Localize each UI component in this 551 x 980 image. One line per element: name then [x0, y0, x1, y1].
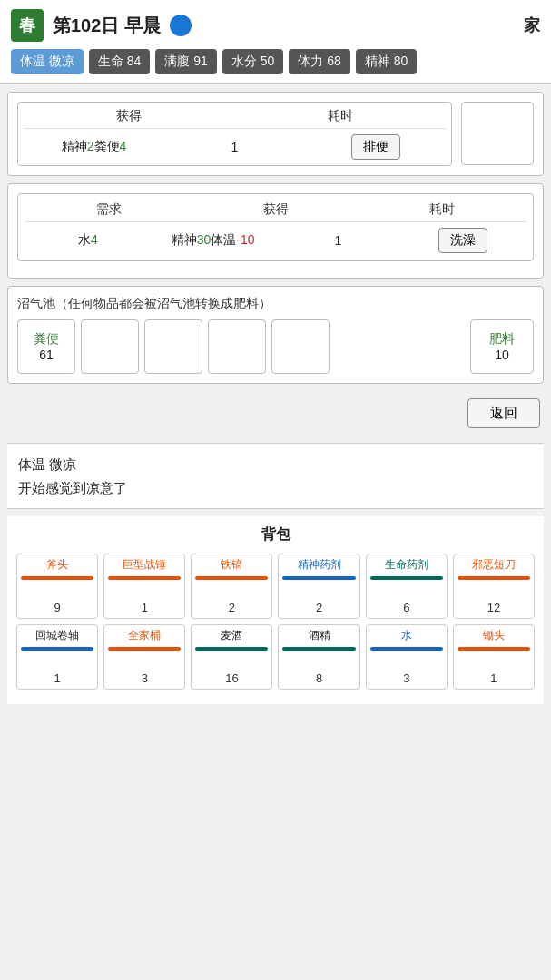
action-defecate-table: 获得 耗时 精神2粪便4 1 排便	[17, 102, 452, 166]
fertilizer-name: 肥料	[489, 331, 515, 348]
item-name-4: 生命药剂	[385, 558, 428, 573]
biogas-slots: 粪便 61	[17, 319, 463, 374]
item-bar-4	[370, 576, 443, 580]
item-card-0[interactable]: 斧头9	[16, 554, 98, 619]
back-button[interactable]: 返回	[467, 398, 540, 428]
stat-spirit[interactable]: 精神 80	[356, 49, 417, 74]
backpack-title: 背包	[16, 525, 535, 544]
col-get-label2: 获得	[192, 201, 359, 218]
bath-temp-label: 体温	[211, 232, 236, 247]
item-count-5: 12	[487, 601, 500, 614]
item-name-3: 精神药剂	[298, 558, 341, 573]
item-name-4: 水	[401, 629, 412, 643]
back-row: 返回	[0, 391, 551, 436]
stat-water[interactable]: 水分 50	[222, 49, 283, 74]
reward-spirit-label: 精神	[62, 139, 87, 153]
defecate-button[interactable]: 排便	[351, 134, 400, 160]
bath-water-label: 水	[78, 232, 91, 247]
item-count-3: 8	[316, 671, 322, 685]
item-count-4: 6	[403, 601, 409, 614]
stats-row: 体温 微凉 生命 84 满腹 91 水分 50 体力 68 精神 80	[11, 49, 540, 74]
defecate-reward: 精神2粪便4	[24, 139, 164, 155]
bath-time: 1	[276, 233, 401, 248]
item-card-3[interactable]: 精神药剂2	[278, 554, 359, 619]
col-time-label: 耗时	[235, 108, 447, 124]
item-count-2: 16	[225, 671, 238, 685]
item-count-1: 1	[142, 601, 148, 614]
item-card-0[interactable]: 回城卷轴1	[16, 624, 98, 690]
item-name-0: 回城卷轴	[35, 629, 79, 643]
item-bar-2	[195, 576, 268, 580]
stat-stamina[interactable]: 体力 68	[289, 49, 349, 74]
item-count-3: 2	[316, 601, 322, 614]
status-section: 体温 微凉 开始感觉到凉意了	[7, 443, 544, 509]
season-badge: 春	[11, 9, 44, 42]
item-name-5: 邪恶短刀	[472, 558, 516, 573]
item-name-3: 酒精	[309, 629, 330, 643]
status-line1: 体温 微凉	[18, 453, 533, 476]
header: 春 第102日 早晨 家 体温 微凉 生命 84 满腹 91 水分 50 体力 …	[0, 0, 551, 84]
bath-btn-col: 洗澡	[400, 228, 526, 253]
bath-spirit-label: 精神	[172, 232, 197, 247]
biogas-slot-1[interactable]: 粪便 61	[17, 319, 75, 374]
item-count-2: 2	[229, 601, 235, 614]
col-get-label: 获得	[24, 108, 235, 124]
col-time-label2: 耗时	[359, 201, 526, 218]
item-bar-5	[458, 647, 530, 651]
stat-life[interactable]: 生命 84	[89, 49, 150, 74]
item-name-1: 巨型战锤	[123, 558, 166, 573]
item-bar-1	[108, 576, 181, 580]
status-line2: 开始感觉到凉意了	[18, 476, 533, 500]
item-bar-0	[21, 647, 93, 651]
item-card-5[interactable]: 锄头1	[453, 624, 535, 690]
item-card-4[interactable]: 水3	[366, 624, 448, 690]
defecate-time: 1	[164, 140, 305, 154]
reward-spirit-val: 2	[87, 139, 94, 153]
item-count-0: 1	[54, 671, 60, 685]
item-card-2[interactable]: 麦酒16	[191, 624, 272, 690]
item-card-4[interactable]: 生命药剂6	[366, 554, 448, 619]
backpack-section: 背包 斧头9巨型战锤1铁镐2精神药剂2生命药剂6邪恶短刀12 回城卷轴1全家桶3…	[7, 516, 544, 704]
reward-feces-label: 粪便	[94, 139, 120, 153]
fertilizer-box: 肥料 10	[470, 319, 534, 374]
item-bar-3	[282, 576, 355, 580]
item-count-0: 9	[54, 601, 60, 614]
item-bar-4	[370, 647, 443, 651]
item-bar-0	[21, 576, 93, 580]
stat-fullness[interactable]: 满腹 91	[155, 49, 216, 74]
reward-feces-val: 4	[120, 139, 127, 153]
biogas-section: 沼气池（任何物品都会被沼气池转换成肥料） 粪便 61 肥料 10	[7, 286, 544, 384]
backpack-row2: 回城卷轴1全家桶3麦酒16酒精8水3锄头1	[16, 624, 535, 690]
item-bar-5	[458, 576, 530, 580]
status-dot	[170, 15, 192, 36]
item-count-4: 3	[403, 671, 409, 685]
item-card-1[interactable]: 巨型战锤1	[103, 554, 185, 619]
stat-temperature[interactable]: 体温 微凉	[11, 49, 84, 74]
bath-water-val: 4	[91, 232, 98, 247]
item-bar-3	[282, 647, 355, 651]
col-need-label: 需求	[25, 201, 192, 218]
biogas-slot-4[interactable]	[208, 319, 266, 374]
bath-button[interactable]: 洗澡	[438, 228, 487, 253]
item-name-1: 全家桶	[128, 629, 161, 643]
defecate-btn-col: 排便	[305, 134, 446, 160]
item-card-3[interactable]: 酒精8	[278, 624, 359, 690]
item-card-1[interactable]: 全家桶3	[103, 624, 185, 690]
biogas-title: 沼气池（任何物品都会被沼气池转换成肥料）	[17, 296, 534, 312]
bath-reward: 精神30体温-10	[151, 232, 276, 249]
defecate-image-slot	[461, 102, 534, 165]
item-card-5[interactable]: 邪恶短刀12	[453, 554, 535, 619]
bath-need: 水4	[25, 232, 151, 249]
bath-temp-val: -10	[236, 232, 254, 247]
item-card-2[interactable]: 铁镐2	[191, 554, 272, 619]
biogas-slot-2[interactable]	[81, 319, 139, 374]
item-bar-2	[195, 647, 268, 651]
biogas-slot-5[interactable]	[271, 319, 330, 374]
item-count-1: 3	[142, 671, 148, 685]
biogas-slot-3[interactable]	[144, 319, 202, 374]
item-bar-1	[108, 647, 181, 651]
day-title: 第102日 早晨	[53, 14, 161, 38]
item-name-2: 铁镐	[221, 558, 242, 573]
bath-spirit-val: 30	[197, 232, 212, 247]
fertilizer-count: 10	[495, 348, 509, 362]
